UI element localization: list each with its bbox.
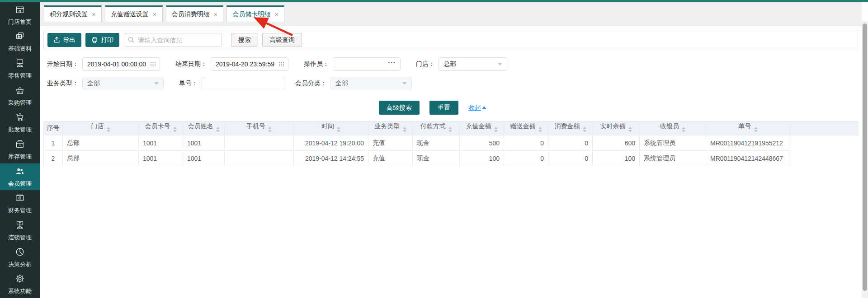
export-button[interactable]: 导出 xyxy=(47,33,81,47)
col-header-consume-amount[interactable]: 消费金额 xyxy=(548,121,593,135)
tab-member-consumption-detail[interactable]: 会员消费明细 × xyxy=(166,5,224,22)
tab-member-stored-card-detail[interactable]: 会员储卡明细 × xyxy=(226,5,284,22)
col-header-store[interactable]: 门店 xyxy=(63,121,139,135)
col-header-member-name[interactable]: 会员姓名 xyxy=(183,121,225,135)
start-date-input[interactable]: 2019-04-01 00:00:00 xyxy=(82,57,160,71)
col-header-balance[interactable]: 实时余额 xyxy=(593,121,640,135)
end-date-label: 结束日期： xyxy=(175,60,207,68)
col-header-recharge-amount[interactable]: 充值金额 xyxy=(460,121,504,135)
operator-label: 操作员： xyxy=(304,60,329,68)
cell-index: 1 xyxy=(44,135,63,151)
close-icon[interactable]: × xyxy=(214,11,218,18)
cell-card-no: 1001 xyxy=(139,135,183,151)
biz-type-select[interactable]: 全部 xyxy=(82,77,164,90)
col-header-gift-amount[interactable]: 赠送金额 xyxy=(504,121,548,135)
sidebar-item-system[interactable]: 系统功能 xyxy=(0,271,40,298)
col-header-card-no[interactable]: 会员卡号 xyxy=(139,121,183,135)
print-button[interactable]: 打印 xyxy=(85,33,119,47)
sidebar-item-label: 库存管理 xyxy=(8,153,32,161)
order-no-input[interactable] xyxy=(202,77,285,90)
close-icon[interactable]: × xyxy=(274,11,278,18)
cell-store: 总部 xyxy=(63,135,139,151)
cell-gift-amount: 0 xyxy=(504,135,548,151)
cell-filler xyxy=(790,151,859,166)
cell-consume-amount: 0 xyxy=(548,135,593,151)
advanced-query-button[interactable]: 高级查询 xyxy=(262,33,302,47)
end-date-value: 2019-04-20 23:59:59 xyxy=(216,61,277,68)
members-icon xyxy=(15,166,25,177)
storage-box-icon xyxy=(15,139,25,150)
sidebar-item-label: 财务管理 xyxy=(8,206,32,214)
table-header-row: 序号 门店 会员卡号 会员姓名 手机号 时间 业务类型 付款方式 充值金额 赠送… xyxy=(44,121,859,135)
col-header-cashier[interactable]: 收银员 xyxy=(640,121,706,135)
sidebar-item-members[interactable]: 会员管理 xyxy=(0,163,40,191)
sidebar-item-base-data[interactable]: 基础资料 xyxy=(0,29,40,56)
sort-icon xyxy=(682,125,685,134)
advanced-search-button[interactable]: 高级搜索 xyxy=(379,101,420,115)
sidebar-item-label: 零售管理 xyxy=(8,72,32,80)
tab-points-rule-settings[interactable]: 积分规则设置 × xyxy=(44,5,102,22)
collapse-link[interactable]: 收起 xyxy=(468,104,486,112)
member-category-select[interactable]: 全部 xyxy=(330,77,412,90)
cell-time: 2019-04-12 14:24:55 xyxy=(294,151,368,166)
cell-order-no: MR001190412191955212 xyxy=(706,135,790,151)
storefront-icon xyxy=(15,5,25,16)
sidebar-item-retail[interactable]: 零售管理 xyxy=(0,56,40,83)
sidebar-item-store-home[interactable]: 门店首页 xyxy=(0,2,40,29)
sidebar-item-finance[interactable]: 财务管理 xyxy=(0,190,40,217)
main-area: 积分规则设置 × 充值赠送设置 × 会员消费明细 × 会员储卡明细 × 导出 打… xyxy=(40,2,862,298)
cell-order-no: MR001190412142448667 xyxy=(706,151,790,166)
search-input[interactable] xyxy=(124,33,222,47)
sidebar-item-analytics[interactable]: 决策分析 xyxy=(0,244,40,271)
cell-biz-type: 充值 xyxy=(368,151,413,166)
cell-biz-type: 充值 xyxy=(368,135,413,151)
order-no-field xyxy=(202,77,285,90)
more-ellipsis-icon[interactable]: ••• xyxy=(388,60,396,65)
sort-icon xyxy=(583,125,586,134)
sidebar-item-chain[interactable]: 连锁管理 xyxy=(0,217,40,244)
col-header-phone[interactable]: 手机号 xyxy=(225,121,294,135)
vertical-scrollbar-track[interactable] xyxy=(862,21,868,298)
cell-gift-amount: 0 xyxy=(504,151,548,166)
chevron-down-icon xyxy=(402,82,407,87)
tab-label: 会员储卡明细 xyxy=(232,10,270,19)
sidebar-item-label: 决策分析 xyxy=(8,261,32,269)
vertical-scrollbar-thumb[interactable] xyxy=(863,23,867,291)
search-icon xyxy=(127,36,135,43)
chevron-up-icon xyxy=(482,104,486,109)
filter-row-1: 开始日期： 2019-04-01 00:00:00 结束日期： 2019-04-… xyxy=(47,54,858,74)
col-header-time[interactable]: 时间 xyxy=(294,121,368,135)
search-button[interactable]: 搜索 xyxy=(231,33,258,47)
cell-cashier: 系统管理员 xyxy=(640,151,706,166)
reset-button[interactable]: 重置 xyxy=(429,101,458,115)
store-label: 门店： xyxy=(416,60,435,68)
close-icon[interactable]: × xyxy=(153,11,157,18)
sidebar-item-label: 连锁管理 xyxy=(8,233,32,242)
close-icon[interactable]: × xyxy=(92,11,96,18)
member-category-select-value: 全部 xyxy=(335,79,348,88)
cell-balance: 600 xyxy=(593,135,640,151)
cell-index: 2 xyxy=(44,151,63,166)
store-select[interactable]: 总部 xyxy=(439,57,507,71)
gear-icon xyxy=(15,274,25,285)
cell-pay-method: 现金 xyxy=(413,151,460,166)
basket-icon xyxy=(15,85,25,97)
calendar-icon[interactable] xyxy=(278,61,285,67)
table-row[interactable]: 1 总部 1001 1001 2019-04-12 19:20:00 充值 现金… xyxy=(44,135,859,151)
filter-row-2: 业务类型： 全部 单号： 会员分类： 全部 xyxy=(47,74,858,93)
sidebar-item-inventory[interactable]: 库存管理 xyxy=(0,136,40,163)
end-date-input[interactable]: 2019-04-20 23:59:59 xyxy=(211,57,288,71)
member-category-label: 会员分类： xyxy=(295,79,327,88)
col-header-biz-type[interactable]: 业务类型 xyxy=(368,121,413,135)
table-row[interactable]: 2 总部 1001 1001 2019-04-12 14:24:55 充值 现金… xyxy=(44,151,859,166)
sidebar-item-label: 系统功能 xyxy=(8,287,32,295)
cell-balance: 100 xyxy=(593,151,640,166)
pie-chart-icon xyxy=(15,247,25,258)
cell-phone xyxy=(225,151,294,166)
biz-type-select-value: 全部 xyxy=(87,79,100,88)
col-header-pay-method[interactable]: 付款方式 xyxy=(413,121,460,135)
col-header-order-no[interactable]: 单号 xyxy=(706,121,790,135)
cell-member-name: 1001 xyxy=(183,151,225,166)
tab-recharge-gift-settings[interactable]: 充值赠送设置 × xyxy=(105,5,163,22)
calendar-icon[interactable] xyxy=(150,61,156,67)
